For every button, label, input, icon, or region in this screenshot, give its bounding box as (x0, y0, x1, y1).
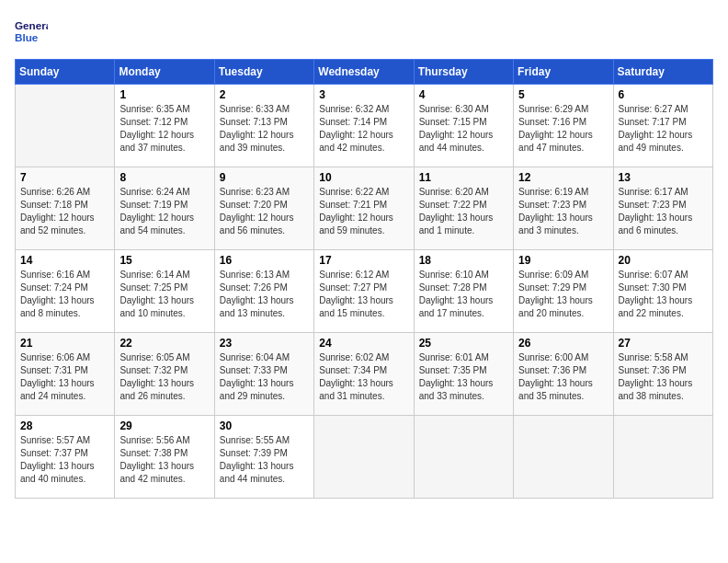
day-info: Sunrise: 6:24 AM Sunset: 7:19 PM Dayligh… (119, 186, 209, 237)
day-cell: 21Sunrise: 6:06 AM Sunset: 7:31 PM Dayli… (16, 333, 115, 416)
day-number: 26 (518, 337, 608, 350)
day-cell (514, 416, 613, 499)
day-cell (314, 416, 414, 499)
svg-text:General: General (15, 19, 48, 31)
day-cell: 24Sunrise: 6:02 AM Sunset: 7:34 PM Dayli… (314, 333, 414, 416)
weekday-header-thursday: Thursday (414, 60, 513, 85)
day-cell (613, 416, 712, 499)
day-cell: 19Sunrise: 6:09 AM Sunset: 7:29 PM Dayli… (514, 250, 613, 333)
day-number: 7 (20, 171, 109, 184)
day-cell: 5Sunrise: 6:29 AM Sunset: 7:16 PM Daylig… (514, 85, 613, 167)
day-cell: 28Sunrise: 5:57 AM Sunset: 7:37 PM Dayli… (16, 416, 115, 499)
day-number: 3 (319, 88, 408, 101)
day-info: Sunrise: 6:23 AM Sunset: 7:20 PM Dayligh… (220, 186, 309, 237)
day-info: Sunrise: 6:09 AM Sunset: 7:29 PM Dayligh… (518, 269, 608, 320)
weekday-header-wednesday: Wednesday (314, 60, 414, 85)
day-cell: 27Sunrise: 5:58 AM Sunset: 7:36 PM Dayli… (613, 333, 712, 416)
day-cell: 20Sunrise: 6:07 AM Sunset: 7:30 PM Dayli… (613, 250, 712, 333)
day-cell: 22Sunrise: 6:05 AM Sunset: 7:32 PM Dayli… (115, 333, 214, 416)
day-info: Sunrise: 6:22 AM Sunset: 7:21 PM Dayligh… (319, 186, 408, 237)
day-info: Sunrise: 5:58 AM Sunset: 7:36 PM Dayligh… (619, 351, 708, 403)
calendar-header-row: SundayMondayTuesdayWednesdayThursdayFrid… (16, 60, 713, 85)
day-number: 17 (319, 254, 408, 267)
calendar-table: SundayMondayTuesdayWednesdayThursdayFrid… (15, 59, 713, 499)
day-cell: 2Sunrise: 6:33 AM Sunset: 7:13 PM Daylig… (214, 85, 313, 167)
day-info: Sunrise: 6:17 AM Sunset: 7:23 PM Dayligh… (619, 186, 708, 237)
day-info: Sunrise: 6:26 AM Sunset: 7:18 PM Dayligh… (20, 186, 109, 237)
day-info: Sunrise: 6:33 AM Sunset: 7:13 PM Dayligh… (220, 103, 309, 155)
day-cell: 8Sunrise: 6:24 AM Sunset: 7:19 PM Daylig… (115, 167, 214, 250)
day-number: 2 (220, 88, 309, 101)
day-info: Sunrise: 6:13 AM Sunset: 7:26 PM Dayligh… (220, 269, 309, 320)
day-info: Sunrise: 6:07 AM Sunset: 7:30 PM Dayligh… (619, 269, 708, 320)
day-number: 16 (220, 254, 309, 267)
day-number: 27 (619, 337, 708, 350)
day-cell: 14Sunrise: 6:16 AM Sunset: 7:24 PM Dayli… (16, 250, 115, 333)
day-number: 24 (319, 337, 408, 350)
day-info: Sunrise: 6:12 AM Sunset: 7:27 PM Dayligh… (319, 269, 408, 320)
day-cell: 4Sunrise: 6:30 AM Sunset: 7:15 PM Daylig… (414, 85, 513, 167)
svg-text:Blue: Blue (15, 31, 39, 43)
day-cell: 9Sunrise: 6:23 AM Sunset: 7:20 PM Daylig… (214, 167, 313, 250)
day-number: 6 (619, 88, 708, 101)
day-info: Sunrise: 6:10 AM Sunset: 7:28 PM Dayligh… (419, 269, 508, 320)
day-info: Sunrise: 6:06 AM Sunset: 7:31 PM Dayligh… (20, 351, 109, 403)
day-info: Sunrise: 6:32 AM Sunset: 7:14 PM Dayligh… (319, 103, 408, 155)
day-cell: 10Sunrise: 6:22 AM Sunset: 7:21 PM Dayli… (314, 167, 414, 250)
day-cell (414, 416, 513, 499)
day-cell: 3Sunrise: 6:32 AM Sunset: 7:14 PM Daylig… (314, 85, 414, 167)
page-header: General Blue (15, 15, 713, 48)
day-cell: 29Sunrise: 5:56 AM Sunset: 7:38 PM Dayli… (115, 416, 214, 499)
week-row-5: 28Sunrise: 5:57 AM Sunset: 7:37 PM Dayli… (16, 416, 713, 499)
day-info: Sunrise: 6:14 AM Sunset: 7:25 PM Dayligh… (119, 269, 209, 320)
week-row-4: 21Sunrise: 6:06 AM Sunset: 7:31 PM Dayli… (16, 333, 713, 416)
day-number: 15 (119, 254, 209, 267)
weekday-header-saturday: Saturday (613, 60, 712, 85)
day-number: 10 (319, 171, 408, 184)
day-info: Sunrise: 6:01 AM Sunset: 7:35 PM Dayligh… (419, 351, 508, 403)
day-cell: 1Sunrise: 6:35 AM Sunset: 7:12 PM Daylig… (115, 85, 214, 167)
day-number: 29 (119, 419, 209, 432)
day-cell: 25Sunrise: 6:01 AM Sunset: 7:35 PM Dayli… (414, 333, 513, 416)
week-row-1: 1Sunrise: 6:35 AM Sunset: 7:12 PM Daylig… (16, 85, 713, 167)
day-cell: 12Sunrise: 6:19 AM Sunset: 7:23 PM Dayli… (514, 167, 613, 250)
day-info: Sunrise: 6:02 AM Sunset: 7:34 PM Dayligh… (319, 351, 408, 403)
week-row-2: 7Sunrise: 6:26 AM Sunset: 7:18 PM Daylig… (16, 167, 713, 250)
day-number: 9 (220, 171, 309, 184)
day-cell: 16Sunrise: 6:13 AM Sunset: 7:26 PM Dayli… (214, 250, 313, 333)
day-number: 11 (419, 171, 508, 184)
day-info: Sunrise: 6:29 AM Sunset: 7:16 PM Dayligh… (518, 103, 608, 155)
day-info: Sunrise: 6:19 AM Sunset: 7:23 PM Dayligh… (518, 186, 608, 237)
day-number: 21 (20, 337, 109, 350)
day-number: 4 (419, 88, 508, 101)
day-number: 12 (518, 171, 608, 184)
week-row-3: 14Sunrise: 6:16 AM Sunset: 7:24 PM Dayli… (16, 250, 713, 333)
day-number: 23 (220, 337, 309, 350)
day-cell: 18Sunrise: 6:10 AM Sunset: 7:28 PM Dayli… (414, 250, 513, 333)
day-number: 5 (518, 88, 608, 101)
day-cell: 30Sunrise: 5:55 AM Sunset: 7:39 PM Dayli… (214, 416, 313, 499)
day-info: Sunrise: 6:00 AM Sunset: 7:36 PM Dayligh… (518, 351, 608, 403)
day-info: Sunrise: 6:05 AM Sunset: 7:32 PM Dayligh… (119, 351, 209, 403)
weekday-header-sunday: Sunday (16, 60, 115, 85)
day-cell: 6Sunrise: 6:27 AM Sunset: 7:17 PM Daylig… (613, 85, 712, 167)
day-number: 30 (220, 419, 309, 432)
day-info: Sunrise: 6:30 AM Sunset: 7:15 PM Dayligh… (419, 103, 508, 155)
day-info: Sunrise: 6:20 AM Sunset: 7:22 PM Dayligh… (419, 186, 508, 237)
day-number: 18 (419, 254, 508, 267)
weekday-header-tuesday: Tuesday (214, 60, 313, 85)
day-info: Sunrise: 6:16 AM Sunset: 7:24 PM Dayligh… (20, 269, 109, 320)
day-cell: 17Sunrise: 6:12 AM Sunset: 7:27 PM Dayli… (314, 250, 414, 333)
day-number: 25 (419, 337, 508, 350)
day-number: 22 (119, 337, 209, 350)
day-number: 19 (518, 254, 608, 267)
day-info: Sunrise: 5:57 AM Sunset: 7:37 PM Dayligh… (20, 434, 109, 486)
day-cell: 15Sunrise: 6:14 AM Sunset: 7:25 PM Dayli… (115, 250, 214, 333)
day-cell: 11Sunrise: 6:20 AM Sunset: 7:22 PM Dayli… (414, 167, 513, 250)
logo-icon: General Blue (15, 15, 48, 48)
day-number: 20 (619, 254, 708, 267)
logo: General Blue (15, 15, 51, 48)
day-number: 13 (619, 171, 708, 184)
day-info: Sunrise: 5:55 AM Sunset: 7:39 PM Dayligh… (220, 434, 309, 486)
day-number: 14 (20, 254, 109, 267)
